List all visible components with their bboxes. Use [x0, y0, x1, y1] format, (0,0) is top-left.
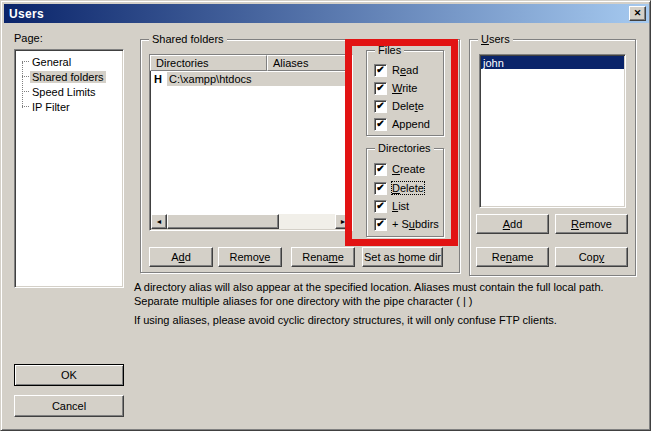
- tree-stub: [22, 61, 29, 62]
- set-as-home-dir-button[interactable]: Set as home dir: [362, 247, 443, 267]
- checkbox-files-read[interactable]: ✔ Read: [374, 63, 418, 77]
- shared-remove-button[interactable]: Remove: [218, 247, 282, 267]
- users-dialog: Users ✕ Page: General Shared folders Spe…: [0, 0, 651, 431]
- alias-notes: A directory alias will also appear at th…: [134, 280, 639, 327]
- checkbox-box: ✔: [374, 163, 387, 176]
- directories-group-label: Directories: [375, 142, 434, 154]
- checkbox-box: ✔: [374, 118, 387, 131]
- tree-stub: [22, 76, 29, 77]
- tree-stub: [22, 106, 29, 107]
- user-row-john[interactable]: john: [481, 56, 624, 69]
- tree-stub: [22, 91, 29, 92]
- users-list[interactable]: john: [479, 54, 626, 208]
- checkbox-dirs-delete[interactable]: ✔ Delete: [374, 181, 424, 195]
- scroll-left-icon: ◄: [156, 218, 163, 225]
- scroll-right-button[interactable]: ►: [335, 214, 351, 229]
- scroll-left-button[interactable]: ◄: [151, 214, 167, 229]
- close-button[interactable]: ✕: [629, 6, 646, 21]
- page-item-ip-filter[interactable]: IP Filter: [15, 99, 123, 114]
- cancel-button[interactable]: Cancel: [14, 395, 124, 417]
- checkbox-files-append[interactable]: ✔ Append: [374, 117, 430, 131]
- title-bar[interactable]: Users ✕: [4, 4, 649, 23]
- alias-note-1: A directory alias will also appear at th…: [134, 280, 639, 308]
- alias-note-2: If using aliases, please avoid cyclic di…: [134, 313, 639, 327]
- scroll-right-icon: ►: [340, 218, 347, 225]
- check-icon: ✔: [376, 183, 384, 193]
- checkbox-box: ✔: [374, 200, 387, 213]
- page-item-shared-folders[interactable]: Shared folders: [15, 69, 123, 84]
- checkbox-box: ✔: [374, 218, 387, 231]
- horizontal-scrollbar[interactable]: ◄ ►: [151, 214, 351, 229]
- page-item-speed-limits[interactable]: Speed Limits: [15, 84, 123, 99]
- close-icon: ✕: [634, 9, 642, 18]
- checkbox-files-write[interactable]: ✔ Write: [374, 81, 417, 95]
- directories-permissions-group: Directories ✔ Create ✔ Delete ✔ List ✔ +…: [366, 148, 444, 237]
- checkbox-dirs-list[interactable]: ✔ List: [374, 199, 409, 213]
- ok-button[interactable]: OK: [14, 364, 124, 386]
- page-label: Page:: [14, 32, 43, 44]
- users-copy-button[interactable]: Copy: [555, 247, 628, 267]
- users-add-button[interactable]: Add: [476, 214, 549, 234]
- checkbox-dirs-subdirs[interactable]: ✔ + Subdirs: [374, 217, 439, 231]
- shared-folders-group-label: Shared folders: [149, 33, 227, 45]
- checkbox-dirs-create[interactable]: ✔ Create: [374, 162, 425, 176]
- checkbox-files-delete[interactable]: ✔ Delete: [374, 99, 424, 113]
- column-header-aliases[interactable]: Aliases: [267, 55, 352, 71]
- column-header-directories[interactable]: Directories: [150, 55, 267, 71]
- files-permissions-group: Files ✔ Read ✔ Write ✔ Delete ✔ Append: [366, 50, 444, 136]
- page-item-general[interactable]: General: [15, 54, 123, 69]
- home-directory-marker: H: [154, 73, 167, 85]
- check-icon: ✔: [376, 65, 384, 75]
- users-remove-button[interactable]: Remove: [555, 214, 628, 234]
- window-title: Users: [9, 7, 44, 21]
- files-group-label: Files: [375, 44, 404, 56]
- shared-add-button[interactable]: Add: [149, 247, 213, 267]
- check-icon: ✔: [376, 119, 384, 129]
- check-icon: ✔: [376, 101, 384, 111]
- directory-path: C:\xampp\htdocs: [167, 72, 350, 86]
- scrollbar-track[interactable]: [167, 214, 335, 229]
- check-icon: ✔: [376, 219, 384, 229]
- directory-row[interactable]: H C:\xampp\htdocs: [150, 71, 352, 86]
- check-icon: ✔: [376, 164, 384, 174]
- users-group-label: Users: [478, 33, 513, 45]
- directories-list-header: Directories Aliases: [150, 55, 352, 71]
- scrollbar-thumb[interactable]: [167, 214, 279, 229]
- checkbox-box: ✔: [374, 64, 387, 77]
- page-list: General Shared folders Speed Limits IP F…: [14, 49, 124, 288]
- checkbox-box: ✔: [374, 182, 387, 195]
- check-icon: ✔: [376, 83, 384, 93]
- directories-list[interactable]: Directories Aliases H C:\xampp\htdocs ◄ …: [149, 54, 353, 231]
- users-rename-button[interactable]: Rename: [476, 247, 549, 267]
- checkbox-box: ✔: [374, 100, 387, 113]
- shared-rename-button[interactable]: Rename: [291, 247, 355, 267]
- checkbox-box: ✔: [374, 82, 387, 95]
- check-icon: ✔: [376, 201, 384, 211]
